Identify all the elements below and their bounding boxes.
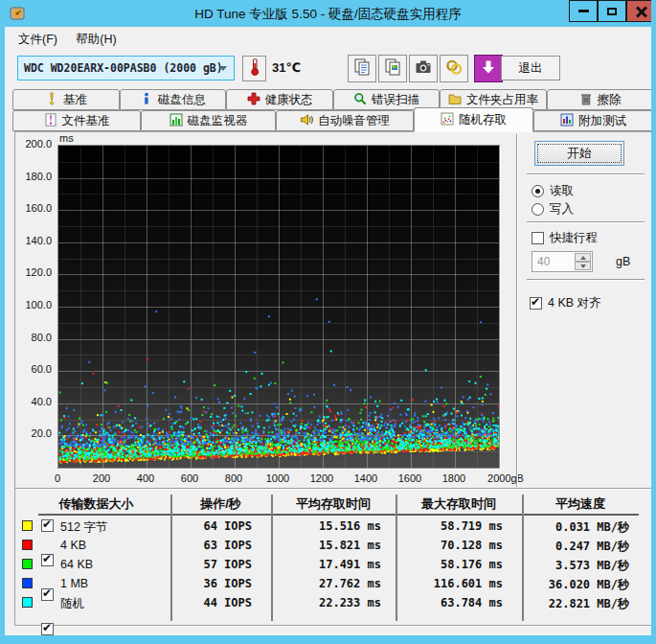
y-tick-label: 80.0	[11, 332, 52, 343]
tab-disk-monitor[interactable]: 磁盘监视器	[141, 110, 276, 131]
title-bar: HD Tune 专业版 5.50 - 硬盘/固态硬盘实用程序	[0, 0, 656, 27]
shortstroke-checkbox-icon	[532, 232, 544, 244]
maximize-button[interactable]	[598, 0, 626, 22]
y-tick-label: 120.0	[11, 266, 52, 278]
iops-value: 63 IOPS	[170, 539, 252, 552]
series-label: 1 MB	[60, 577, 88, 590]
col-header-max-access: 最大存取时间	[396, 495, 522, 513]
shortstroke-checkbox[interactable]: 快捷行程	[532, 230, 598, 246]
avg-speed-value: 22.821 MB/秒	[522, 596, 629, 612]
close-button[interactable]	[626, 0, 656, 22]
tab-label: 自动噪音管理	[318, 113, 390, 129]
copy-image-icon	[383, 58, 402, 80]
speaker-icon	[300, 113, 313, 129]
series-swatch	[22, 597, 33, 608]
file-benchmark-icon	[44, 113, 57, 129]
avg-speed-value: 3.573 MB/秒	[522, 558, 629, 574]
x-tick-label: 1600	[385, 472, 435, 484]
copy-text-button[interactable]	[348, 55, 376, 82]
col-header-avg-speed: 平均速度	[522, 495, 639, 513]
x-tick-label: 200	[77, 472, 126, 484]
x-tick-label: 2000gB	[481, 472, 531, 484]
minimize-icon	[578, 10, 589, 12]
tab-health[interactable]: 健康状态	[226, 89, 333, 110]
tab-file-benchmark[interactable]: 文件基准	[12, 110, 141, 131]
random-access-icon	[441, 112, 454, 128]
menu-help[interactable]: 帮助(H)	[68, 27, 124, 52]
avg-access-value: 17.491 ms	[271, 558, 381, 571]
tab-aam[interactable]: 自动噪音管理	[276, 110, 414, 131]
align-label: 4 KB 对齐	[548, 295, 601, 311]
coins-button[interactable]	[440, 55, 468, 82]
series-checkbox[interactable]	[41, 623, 54, 635]
write-radio-label: 写入	[550, 201, 574, 218]
capacity-spinner[interactable]: 40	[532, 251, 593, 272]
x-tick-label: 1400	[341, 472, 391, 484]
iops-value: 44 IOPS	[170, 596, 252, 610]
tab-disk-info[interactable]: 磁盘信息	[120, 89, 226, 110]
tab-label: 健康状态	[265, 92, 313, 108]
x-tick-label: 600	[165, 472, 215, 484]
side-divider-2	[527, 221, 645, 223]
series-swatch	[22, 540, 33, 550]
minimize-button[interactable]	[569, 0, 598, 22]
y-tick-label: 100.0	[11, 299, 52, 310]
y-tick-label: 20.0	[11, 427, 52, 439]
y-tick-label: 140.0	[11, 235, 52, 246]
series-checkbox[interactable]	[41, 554, 54, 566]
y-tick-label: 60.0	[11, 363, 52, 375]
max-access-value: 63.784 ms	[396, 596, 503, 610]
avg-speed-value: 0.247 MB/秒	[522, 539, 629, 555]
screenshot-button[interactable]	[409, 55, 438, 82]
panel-divider	[516, 134, 518, 487]
side-divider-3	[527, 279, 645, 281]
y-tick-label: 160.0	[11, 202, 52, 214]
disk-info-icon	[140, 92, 153, 108]
spinner-down-button[interactable]	[575, 262, 591, 270]
drive-selector-dropdown[interactable]: WDC WD20EARX-00PASB0 (2000 gB)	[17, 56, 235, 80]
start-button[interactable]: 开始	[534, 141, 624, 166]
tab-extra-tests[interactable]: 附加测试	[533, 110, 653, 131]
save-download-button[interactable]	[474, 55, 503, 82]
series-swatch	[22, 520, 33, 531]
spinner-up-button[interactable]	[575, 253, 591, 262]
table-divider	[15, 488, 651, 490]
avg-access-value: 27.762 ms	[271, 577, 381, 590]
header-underline	[38, 514, 639, 516]
series-swatch	[22, 578, 33, 588]
tab-label: 错误扫描	[372, 92, 419, 108]
tab-random-access[interactable]: 随机存取	[414, 107, 533, 132]
y-tick-label: 40.0	[11, 396, 52, 407]
write-radio[interactable]: 写入	[532, 201, 574, 218]
magnifier-icon	[353, 92, 367, 108]
read-radio[interactable]: 读取	[532, 183, 574, 199]
col-header-iops: 操作/秒	[170, 495, 271, 513]
series-checkbox[interactable]	[41, 588, 54, 601]
download-arrow-icon	[480, 58, 497, 79]
max-access-value: 70.128 ms	[396, 539, 503, 552]
x-tick-label: 1800	[429, 472, 479, 484]
window-title: HD Tune 专业版 5.50 - 硬盘/固态硬盘实用程序	[0, 6, 656, 23]
down-arrow-icon	[580, 264, 586, 268]
series-checkbox[interactable]	[41, 519, 54, 532]
x-tick-label: 0	[33, 472, 82, 484]
max-access-value: 58.176 ms	[396, 558, 503, 571]
radio-read-icon	[532, 185, 544, 197]
copy-image-button[interactable]	[378, 55, 407, 82]
align-checkbox[interactable]: 4 KB 对齐	[530, 295, 601, 311]
tab-erase[interactable]: 擦除	[547, 89, 653, 110]
temperature-button[interactable]	[242, 56, 266, 81]
up-arrow-icon	[580, 256, 586, 260]
x-tick-label: 1000	[253, 472, 303, 484]
max-access-value: 58.719 ms	[396, 519, 503, 533]
benchmark-icon	[45, 92, 58, 108]
x-tick-label: 800	[209, 472, 259, 484]
menu-file[interactable]: 文件(F)	[11, 27, 65, 52]
coins-icon	[444, 58, 464, 80]
avg-speed-value: 0.031 MB/秒	[522, 519, 629, 536]
camera-icon	[414, 58, 433, 80]
shortstroke-label: 快捷行程	[550, 230, 598, 246]
exit-button[interactable]: 退出	[501, 56, 560, 80]
x-tick-label: 400	[121, 472, 170, 484]
tab-benchmark[interactable]: 基准	[12, 89, 120, 110]
